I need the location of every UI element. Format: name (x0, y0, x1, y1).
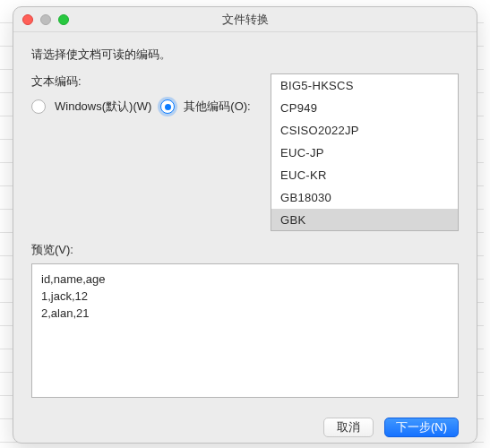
zoom-icon[interactable] (58, 14, 69, 25)
dialog-footer: 取消 下一步(N) (31, 418, 459, 437)
file-convert-dialog: 文件转换 请选择使文档可读的编码。 文本编码: Windows(默认)(W) 其… (13, 6, 477, 444)
right-margin (484, 0, 490, 448)
window-controls (22, 14, 69, 25)
preview-box: id,name,age 1,jack,12 2,alan,21 (31, 263, 459, 398)
dialog-content: 请选择使文档可读的编码。 文本编码: Windows(默认)(W) 其他编码(O… (13, 32, 477, 444)
list-item[interactable]: GBK (271, 209, 458, 231)
list-item[interactable]: BIG5-HKSCS (271, 74, 458, 97)
close-icon[interactable] (22, 14, 33, 25)
instruction-text: 请选择使文档可读的编码。 (31, 47, 459, 63)
titlebar: 文件转换 (13, 7, 477, 32)
radio-other-label[interactable]: 其他编码(O): (184, 99, 250, 115)
encoding-section-label: 文本编码: (31, 73, 251, 90)
next-button[interactable]: 下一步(N) (384, 418, 459, 437)
encoding-listbox[interactable]: BIG5-HKSCS CP949 CSISO2022JP EUC-JP EUC-… (271, 73, 459, 231)
cancel-button[interactable]: 取消 (323, 418, 374, 437)
radio-windows-default[interactable] (31, 99, 46, 114)
minimize-icon (40, 14, 51, 25)
list-item[interactable]: GB18030 (271, 186, 458, 209)
list-item[interactable]: CP949 (271, 97, 458, 119)
list-item[interactable]: EUC-KR (271, 164, 458, 186)
radio-other-encoding[interactable] (160, 99, 175, 114)
list-item[interactable]: CSISO2022JP (271, 119, 458, 142)
window-title: 文件转换 (22, 12, 468, 28)
radio-windows-label[interactable]: Windows(默认)(W) (55, 99, 151, 115)
preview-label: 预览(V): (31, 242, 459, 258)
list-item[interactable]: EUC-JP (271, 142, 458, 164)
